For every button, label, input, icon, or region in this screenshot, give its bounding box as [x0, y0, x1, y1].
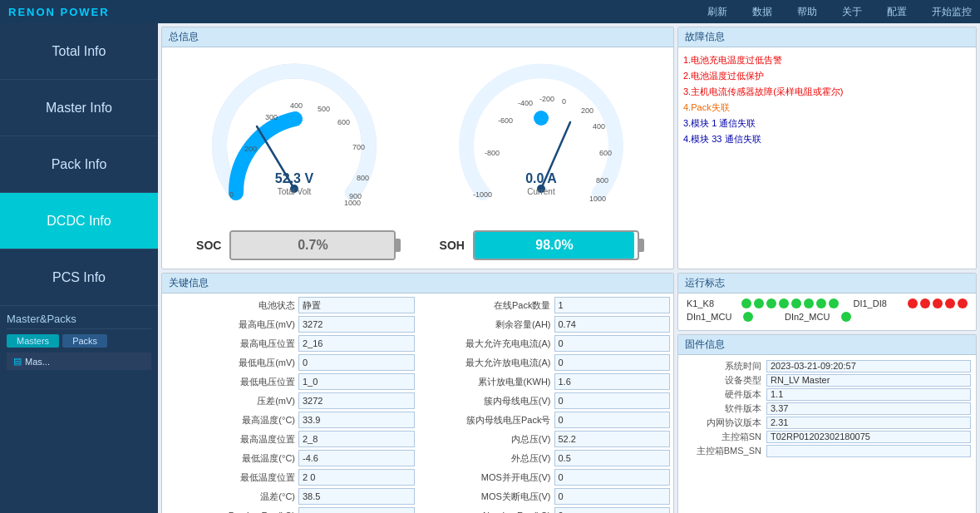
svg-text:600: 600 [337, 118, 350, 126]
svg-text:-200: -200 [539, 95, 554, 103]
fw-value-2: 1.1 [766, 388, 971, 401]
masters-tab-masters[interactable]: Masters [7, 334, 59, 348]
fw-label-3: 软件版本 [683, 402, 766, 415]
nav-config[interactable]: 配置 [887, 5, 907, 19]
key-value-10: 38.5 [298, 488, 415, 505]
logo: RENON POWER [8, 6, 110, 18]
main-layout: Total Info Master Info Pack Info DCDC In… [0, 23, 980, 513]
key-rvalue-2: 0 [554, 335, 671, 352]
key-rlabel-6: 簇内母线电压Pack号 [421, 414, 554, 427]
svg-text:600: 600 [599, 149, 612, 157]
key-info-row-1: 最高电压(mV) 3272 [165, 316, 415, 333]
k1k8-dot-4 [779, 298, 789, 308]
key-rvalue-3: 0 [554, 354, 671, 371]
masters-tab-packs[interactable]: Packs [62, 334, 107, 348]
key-label-1: 最高电压(mV) [165, 318, 298, 331]
masters-tabs: Masters Packs [7, 334, 151, 348]
svg-text:400: 400 [290, 101, 303, 110]
masters-item-icon: ▤ [13, 356, 22, 367]
nav-items: 刷新 数据 帮助 关于 配置 开始监控 [707, 5, 972, 19]
soc-label: SOC [196, 239, 221, 252]
masters-list-item[interactable]: ▤ Mas... [7, 353, 151, 370]
fw-value-3: 3.37 [766, 402, 971, 415]
key-info-row-7: 最高温度位置 2_8 [165, 431, 415, 447]
key-label-2: 最高电压位置 [165, 338, 298, 350]
right-panels: 运行标志 K1_K8 [677, 273, 977, 513]
key-rvalue-6: 0 [554, 412, 671, 428]
top-nav: RENON POWER 刷新 数据 帮助 关于 配置 开始监控 [0, 0, 980, 23]
soh-label: SOH [440, 239, 465, 252]
sidebar-item-master-info[interactable]: Master Info [0, 80, 158, 136]
runtime-row-1: K1_K8 DI1_DI8 [687, 298, 968, 308]
nav-data[interactable]: 数据 [752, 5, 772, 19]
key-label-6: 最高温度(°C) [165, 414, 298, 427]
sidebar-item-pack-info[interactable]: Pack Info [0, 136, 158, 193]
key-info-row-r3: 最大允许放电电流(A) 0 [421, 354, 671, 371]
soc-soh-area: SOC 0.7% SOH 98.0% [162, 230, 673, 269]
sidebar-item-pcs-info[interactable]: PCS Info [0, 249, 158, 306]
k1k8-dot-6 [804, 298, 814, 308]
nav-help[interactable]: 帮助 [797, 5, 817, 19]
key-value-1: 3272 [298, 316, 415, 333]
key-rvalue-4: 1.6 [554, 373, 671, 390]
di1di8-dot-4 [945, 298, 955, 308]
firmware-row-1: 设备类型 RN_LV Master [683, 374, 971, 387]
runtime-title: 运行标志 [678, 274, 976, 293]
key-info-row-0: 电池状态 静置 [165, 297, 415, 313]
fw-label-6: 主控箱BMS_SN [683, 445, 766, 457]
main-content: 总信息 0 200 300 [158, 23, 980, 513]
firmware-row-5: 主控箱SN T02RP01202302180075 [683, 431, 971, 443]
key-info-row-r6: 簇内母线电压Pack号 0 [421, 412, 671, 428]
key-rvalue-5: 0 [554, 392, 671, 409]
soh-value: 98.0% [535, 238, 573, 253]
di1di8-dot-1 [908, 298, 918, 308]
key-label-5: 压差(mV) [165, 395, 298, 407]
nav-about[interactable]: 关于 [842, 5, 862, 19]
nav-start-monitor[interactable]: 开始监控 [932, 5, 972, 19]
key-label-7: 最高温度位置 [165, 433, 298, 446]
svg-text:0: 0 [229, 190, 234, 199]
fault-panel: 故障信息 1.电池充电温度过低告警 2.电池温度过低保护 3.主机电流传感器故障… [677, 27, 977, 269]
key-info-row-r10: MOS关断电压(V) 0 [421, 488, 671, 505]
di1di8-dot-3 [933, 298, 943, 308]
key-info-row-r4: 累计放电量(KWH) 1.6 [421, 373, 671, 390]
key-info-grid: 电池状态 静置 最高电压(mV) 3272 最高电压位置 2_16 最低电压 [162, 293, 673, 513]
svg-text:0: 0 [562, 97, 566, 106]
key-info-row-8: 最低温度(°C) -4.6 [165, 450, 415, 466]
nav-refresh[interactable]: 刷新 [707, 5, 727, 19]
fw-label-5: 主控箱SN [683, 431, 766, 443]
key-label-10: 温差(°C) [165, 491, 298, 503]
key-value-3: 0 [298, 354, 415, 371]
fault-title: 故障信息 [678, 27, 976, 47]
fw-value-1: RN_LV Master [766, 374, 971, 387]
sidebar-item-total-info[interactable]: Total Info [0, 23, 158, 80]
key-label-4: 最低电压位置 [165, 376, 298, 388]
din1mcu-label: DIn1_MCU [687, 312, 736, 322]
k1k8-dot-1 [741, 298, 751, 308]
fault-item-3: 3.主机电流传感器故障(采样电阻或霍尔) [683, 84, 971, 100]
key-info-row-r1: 剩余容量(AH) 0.74 [421, 316, 671, 333]
key-label-0: 电池状态 [165, 299, 298, 312]
sidebar: Total Info Master Info Pack Info DCDC In… [0, 23, 158, 513]
k1k8-dots [741, 298, 839, 308]
zong-info-panel: 总信息 0 200 300 [161, 27, 674, 269]
key-value-7: 2_8 [298, 431, 415, 447]
k1k8-dot-3 [766, 298, 776, 308]
fw-value-5: T02RP01202302180075 [766, 431, 971, 443]
key-label-9: 最低温度位置 [165, 471, 298, 484]
din1mcu-dot [743, 312, 753, 322]
runtime-area: K1_K8 DI1_DI8 [678, 293, 976, 330]
svg-text:1000: 1000 [344, 199, 361, 207]
key-info-row-r11: Neg Ins Res(kΩ) 0 [421, 507, 671, 513]
zong-info-title: 总信息 [162, 27, 673, 47]
gauges-area: 0 200 300 400 500 600 700 800 900 [162, 47, 673, 230]
key-value-6: 33.9 [298, 412, 415, 428]
key-info-row-r8: 外总压(V) 0.5 [421, 450, 671, 466]
svg-text:52.3 V: 52.3 V [275, 171, 314, 185]
key-info-row-r2: 最大允许充电电流(A) 0 [421, 335, 671, 352]
sidebar-masters-section: Master&Packs Masters Packs ▤ Mas... [0, 306, 158, 513]
soh-battery-bar: 98.0% [473, 230, 639, 260]
key-rvalue-8: 0.5 [554, 450, 671, 466]
fw-label-4: 内网协议版本 [683, 417, 766, 429]
sidebar-item-dcdc-info[interactable]: DCDC Info [0, 193, 158, 249]
